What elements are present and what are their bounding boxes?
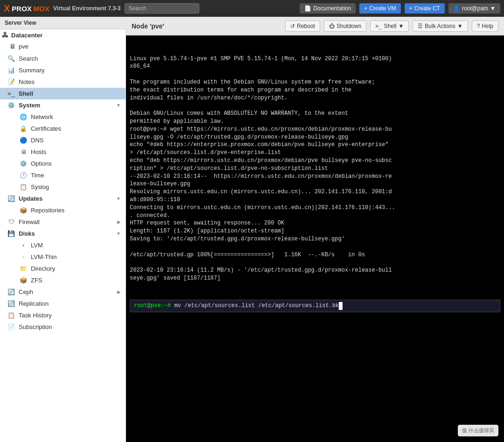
firewall-arrow-icon: ▶ — [117, 219, 121, 225]
user-menu-button[interactable]: 👤 root@pam ▼ — [448, 3, 500, 14]
updates-icon: 🔄 — [7, 195, 15, 202]
options-icon: ⚙️ — [20, 160, 27, 167]
sidebar-item-directory-label: Directory — [31, 265, 55, 272]
pve-icon: 🖥 — [9, 42, 16, 50]
sidebar-item-repositories[interactable]: 📦 Repositories — [5, 204, 126, 216]
create-vm-icon: + — [364, 5, 367, 12]
nav-section: 🔍 Search 📊 Summary 📝 Notes >_ Shell ⚙️ S… — [0, 52, 126, 334]
sidebar-item-directory[interactable]: 📁 Directory — [5, 263, 126, 274]
datacenter-icon: 🖧 — [2, 31, 8, 39]
sidebar-group-disks-label: Disks — [19, 230, 35, 237]
hosts-icon: 🖥 — [20, 148, 27, 155]
sidebar-item-firewall-label: Firewall — [19, 218, 40, 225]
reboot-button[interactable]: ↺ Reboot — [285, 21, 320, 32]
sidebar-item-subscription[interactable]: 📄 Subscription — [0, 321, 126, 333]
ceph-arrow-icon: ▶ — [117, 289, 121, 295]
shutdown-icon: ⏻ — [329, 23, 335, 29]
create-ct-icon: + — [409, 5, 413, 12]
sidebar-item-lvm[interactable]: ▪ LVM — [5, 239, 126, 251]
sidebar-item-lvm-thin[interactable]: ▫ LVM-Thin — [5, 251, 126, 263]
sidebar-item-network[interactable]: 🌐 Network — [5, 111, 126, 123]
datacenter-label: Datacenter — [11, 32, 42, 39]
sidebar-item-notes[interactable]: 📝 Notes — [0, 76, 126, 88]
main-layout: Server View 🖧 Datacenter 🖥 pve 🔍 Search … — [0, 17, 504, 442]
sidebar-item-time[interactable]: 🕐 Time — [5, 169, 126, 181]
shell-dropdown-icon: ▼ — [398, 23, 404, 29]
search-nav-icon: 🔍 — [7, 55, 15, 62]
sidebar-item-options[interactable]: ⚙️ Options — [5, 158, 126, 169]
system-sub-items: 🌐 Network 🔒 Certificates 🔵 DNS 🖥 Hosts ⚙… — [0, 111, 126, 193]
sidebar-item-dns-label: DNS — [31, 137, 43, 144]
sidebar-item-task-history[interactable]: 📋 Task History — [0, 309, 126, 321]
watermark-text: 值 什么值得买 — [462, 428, 494, 433]
disks-expand-icon: ▼ — [116, 231, 121, 236]
shell-btn-icon: >_ — [375, 23, 382, 29]
sidebar-item-firewall[interactable]: 🛡 Firewall ▶ — [0, 216, 126, 228]
pve-label: pve — [19, 43, 28, 50]
shutdown-button[interactable]: ⏻ Shutdown — [324, 21, 366, 32]
notes-icon: 📝 — [7, 78, 15, 85]
create-ct-button[interactable]: + Create CT — [405, 3, 445, 14]
logo: X PROX MOX Virtual Environment 7.3-3 — [4, 3, 121, 14]
content-header: Node 'pve' ↺ Reboot ⏻ Shutdown >_ Shell … — [126, 17, 504, 35]
user-icon: 👤 — [453, 5, 460, 12]
shell-button[interactable]: >_ Shell ▼ — [370, 21, 409, 32]
terminal-area[interactable]: Linux pve 5.15.74-1-pve #1 SMP PVE 5.15.… — [126, 35, 504, 442]
sidebar-item-zfs[interactable]: 📦 ZFS — [5, 274, 126, 286]
bulk-dropdown-icon: ▼ — [457, 23, 463, 29]
sidebar: Server View 🖧 Datacenter 🖥 pve 🔍 Search … — [0, 17, 126, 442]
global-search-input[interactable] — [125, 3, 199, 14]
summary-icon: 📊 — [7, 67, 15, 74]
sidebar-group-updates[interactable]: 🔄 Updates ▼ — [0, 193, 126, 204]
directory-icon: 📁 — [20, 265, 27, 272]
zfs-icon: 📦 — [20, 277, 27, 284]
sidebar-item-shell[interactable]: >_ Shell — [0, 88, 126, 99]
sidebar-group-system-label: System — [19, 102, 40, 109]
lvm-thin-icon: ▫ — [20, 254, 27, 260]
system-icon: ⚙️ — [7, 102, 15, 109]
logo-x: X — [4, 3, 10, 14]
sidebar-item-ceph[interactable]: 🔄 Ceph ▶ — [0, 286, 126, 298]
sidebar-item-dns[interactable]: 🔵 DNS — [5, 134, 126, 146]
syslog-icon: 📋 — [20, 183, 27, 190]
logo-mox: MOX — [34, 5, 49, 13]
sidebar-item-search[interactable]: 🔍 Search — [0, 53, 126, 64]
sidebar-item-ceph-label: Ceph — [19, 288, 33, 295]
sidebar-item-network-label: Network — [31, 113, 53, 120]
content-area: Node 'pve' ↺ Reboot ⏻ Shutdown >_ Shell … — [126, 17, 504, 442]
sidebar-item-hosts[interactable]: 🖥 Hosts — [5, 146, 126, 158]
sidebar-item-lvm-label: LVM — [31, 242, 43, 249]
system-expand-icon: ▼ — [116, 103, 121, 108]
docs-icon: 📄 — [304, 5, 311, 12]
node-title: Node 'pve' — [132, 22, 281, 30]
help-button[interactable]: ? Help — [472, 21, 498, 32]
documentation-button[interactable]: 📄 Documentation — [300, 3, 356, 14]
sidebar-group-system[interactable]: ⚙️ System ▼ — [0, 99, 126, 111]
task-history-icon: 📋 — [7, 312, 15, 319]
sidebar-item-shell-label: Shell — [19, 90, 33, 97]
sidebar-item-hosts-label: Hosts — [31, 148, 46, 155]
terminal-input-line[interactable]: root@pve:~# mv /etc/apt/sources.list /et… — [130, 300, 500, 312]
sidebar-item-certificates-label: Certificates — [31, 125, 61, 132]
sidebar-item-certificates[interactable]: 🔒 Certificates — [5, 123, 126, 134]
topbar: X PROX MOX Virtual Environment 7.3-3 📄 D… — [0, 0, 504, 17]
sidebar-group-updates-label: Updates — [19, 195, 42, 202]
sidebar-item-replication[interactable]: 🔃 Replication — [0, 298, 126, 309]
sidebar-item-task-history-label: Task History — [19, 312, 52, 319]
sidebar-item-lvm-thin-label: LVM-Thin — [31, 253, 56, 260]
replication-icon: 🔃 — [7, 300, 15, 307]
create-vm-button[interactable]: + Create VM — [359, 3, 400, 14]
bulk-icon: ☰ — [418, 23, 423, 29]
sidebar-item-pve[interactable]: 🖥 pve — [0, 41, 126, 52]
bulk-actions-button[interactable]: ☰ Bulk Actions ▼ — [413, 21, 468, 32]
network-icon: 🌐 — [20, 113, 27, 120]
sidebar-item-replication-label: Replication — [19, 300, 49, 307]
terminal-cursor — [339, 302, 343, 310]
logo-prox: PROX — [12, 5, 32, 13]
sidebar-item-summary[interactable]: 📊 Summary — [0, 64, 126, 76]
logo-version: Virtual Environment 7.3-3 — [53, 5, 121, 12]
sidebar-item-syslog[interactable]: 📋 Syslog — [5, 181, 126, 193]
updates-sub-items: 📦 Repositories — [0, 204, 126, 216]
sidebar-item-datacenter[interactable]: 🖧 Datacenter — [0, 29, 126, 41]
sidebar-group-disks[interactable]: 💾 Disks ▼ — [0, 228, 126, 239]
